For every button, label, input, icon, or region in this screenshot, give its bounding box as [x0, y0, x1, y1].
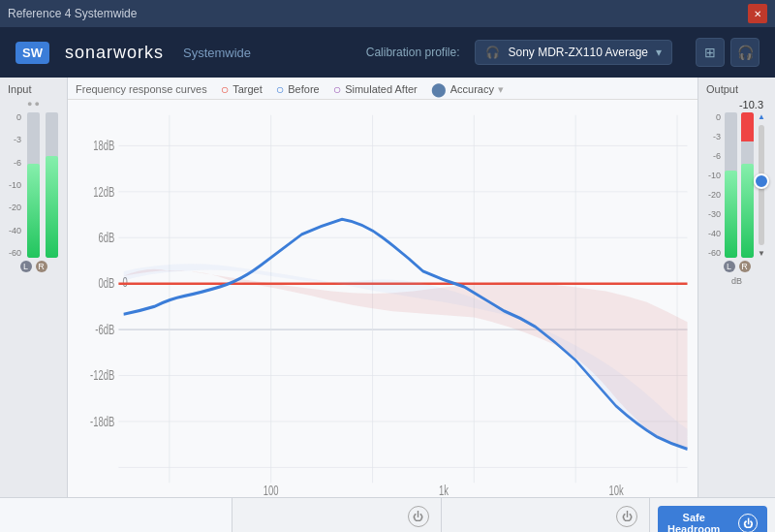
output-meter-r: [741, 112, 754, 258]
predefined-power[interactable]: ⏻: [616, 506, 637, 527]
target-circle-icon: ○: [221, 81, 229, 97]
profile-name: Sony MDR-ZX110 Average: [508, 46, 648, 59]
bass-boost-section: ⏻ Bass Boost and Tilt ∧: [232, 498, 442, 532]
logo-badge: SW: [16, 42, 49, 64]
headphone-icon: 🎧: [485, 46, 500, 59]
before-circle-icon: ○: [276, 81, 284, 97]
svg-text:6dB: 6dB: [98, 230, 114, 246]
output-meter-l: [725, 112, 737, 258]
output-channel-l: L: [724, 261, 735, 272]
output-channel-labels: L R: [724, 261, 751, 272]
title-bar: Reference 4 Systemwide ✕: [0, 0, 775, 27]
right-controls: Safe Headroom ⏻ Mono ⏻: [649, 498, 775, 532]
predefined-section: ⏻ Predefined Target Curves ∧: [442, 498, 650, 532]
output-slider[interactable]: ▲ ▼: [758, 112, 765, 258]
accuracy-circle-icon: ⬤: [431, 81, 447, 97]
input-meter-r: [46, 112, 58, 258]
svg-text:18dB: 18dB: [93, 138, 114, 154]
svg-text:0dB: 0dB: [98, 275, 114, 292]
calibration-label: Calibration profile:: [366, 46, 460, 59]
middle-section: SR Studio Reference Enabled ⏻ ⏻ Bass Boo…: [0, 497, 775, 532]
input-dot-r: ●: [35, 99, 40, 109]
output-db-value: -10.3: [739, 99, 763, 110]
input-channel-l: L: [20, 261, 32, 272]
db-label: dB: [731, 276, 742, 286]
legend-target: ○ Target: [221, 81, 263, 97]
output-label: Output: [706, 83, 738, 95]
legend-title: Frequency response curves: [76, 83, 207, 95]
input-meter-l: [27, 112, 40, 258]
header: SW sonarworks Systemwide Calibration pro…: [0, 27, 775, 78]
legend-accuracy: ⬤ Accuracy ▾: [431, 81, 504, 97]
accuracy-chevron-icon[interactable]: ▾: [498, 83, 504, 96]
svg-text:-18dB: -18dB: [90, 414, 114, 430]
sr-panel: SR Studio Reference Enabled ⏻: [0, 498, 232, 532]
chevron-down-icon: ▾: [656, 46, 662, 59]
svg-text:1k: 1k: [439, 483, 450, 497]
frequency-chart: 18dB 12dB 6dB 0dB -6dB -12dB -18dB 0 100…: [68, 100, 698, 497]
chart-svg: 18dB 12dB 6dB 0dB -6dB -12dB -18dB 0 100…: [68, 100, 698, 497]
output-scale: 0-3-6-10-20-30-40-60: [708, 112, 721, 258]
output-channel-r: R: [739, 261, 751, 272]
safe-headroom-button[interactable]: Safe Headroom ⏻: [658, 506, 767, 532]
chart-area: Frequency response curves ○ Target ○ Bef…: [68, 78, 698, 497]
legend-simulated: ○ Simulated After: [333, 81, 418, 97]
legend: Frequency response curves ○ Target ○ Bef…: [68, 78, 698, 100]
profile-select[interactable]: 🎧 Sony MDR-ZX110 Average ▾: [475, 40, 672, 65]
monitor-icon-button[interactable]: ⊞: [696, 38, 725, 67]
brand-suffix: Systemwide: [183, 46, 251, 60]
svg-text:-6dB: -6dB: [95, 322, 114, 338]
input-label: Input: [8, 83, 31, 95]
svg-text:12dB: 12dB: [93, 184, 114, 201]
main-area: Input ● ● 0-3-6-10-20-40-60: [0, 78, 775, 497]
close-button[interactable]: ✕: [748, 4, 767, 23]
svg-text:10k: 10k: [609, 483, 625, 497]
legend-before: ○ Before: [276, 81, 320, 97]
predefined-header: ⏻: [453, 506, 638, 527]
output-panel: Output -10.3 0-3-6-10-20-30-40-60: [698, 78, 775, 497]
svg-text:-12dB: -12dB: [90, 367, 114, 384]
safe-headroom-power-icon: ⏻: [738, 514, 758, 532]
headphone-icon-button[interactable]: 🎧: [730, 38, 760, 67]
input-dot-l: ●: [27, 99, 32, 109]
simulated-circle-icon: ○: [333, 81, 341, 97]
header-icons: ⊞ 🎧: [696, 38, 760, 67]
output-slider-thumb[interactable]: [754, 173, 769, 189]
bass-boost-header: ⏻: [244, 506, 429, 527]
input-channel-r: R: [36, 261, 47, 272]
input-channel-labels: L R: [20, 261, 47, 272]
controls-panel: ⏻ Bass Boost and Tilt ∧ ⏻ Predefined Ta: [232, 498, 649, 532]
output-slider-track[interactable]: [759, 125, 764, 245]
input-panel: Input ● ● 0-3-6-10-20-40-60: [0, 78, 68, 497]
brand-name: sonarworks: [65, 43, 164, 63]
svg-text:100: 100: [264, 483, 279, 497]
input-scale: 0-3-6-10-20-40-60: [9, 112, 21, 258]
title-text: Reference 4 Systemwide: [8, 7, 748, 20]
bass-boost-power[interactable]: ⏻: [408, 506, 429, 527]
safe-headroom-label: Safe Headroom: [667, 512, 720, 532]
